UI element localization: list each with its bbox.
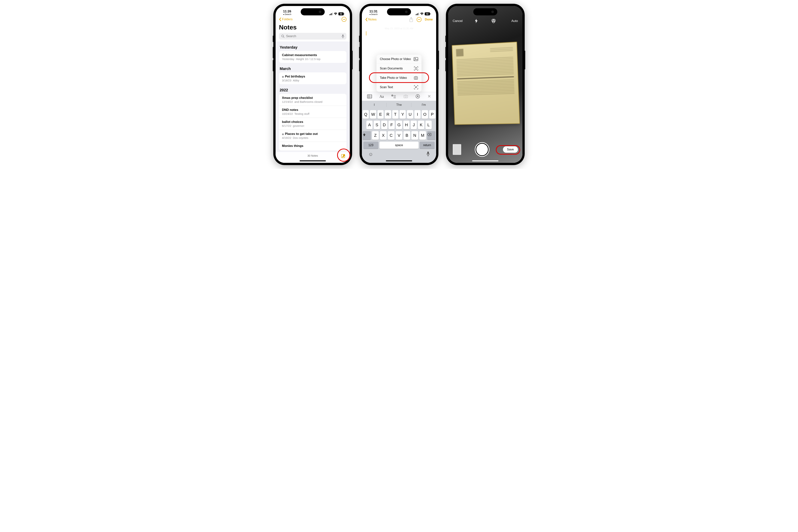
wifi-icon <box>420 13 423 15</box>
scan-thumbnail[interactable] <box>453 144 461 155</box>
home-indicator[interactable] <box>472 160 498 161</box>
camera-toolbar-icon[interactable] <box>403 94 408 98</box>
return-key[interactable]: return <box>420 141 435 149</box>
home-indicator[interactable] <box>300 160 326 161</box>
scanner-bottom-bar: Save <box>448 139 522 163</box>
home-indicator[interactable] <box>386 160 412 161</box>
svg-rect-7 <box>415 68 417 70</box>
key[interactable]: B <box>403 131 410 140</box>
menu-take-photo[interactable]: Take Photo or Video <box>377 73 421 82</box>
key[interactable]: I <box>414 110 421 119</box>
back-button[interactable]: Notes <box>365 18 377 21</box>
markup-icon[interactable] <box>416 94 420 99</box>
phone-notes-list: 11:26 ◂ Search 92 Folders ••• Notes <box>273 4 352 165</box>
key[interactable]: Z <box>372 131 379 140</box>
note-item[interactable]: Pet birthdays 3/18/23Abby <box>279 72 346 84</box>
key[interactable]: G <box>396 121 402 129</box>
status-time: 11:31 <box>369 10 377 13</box>
share-button[interactable] <box>409 17 413 22</box>
table-icon[interactable] <box>367 94 372 98</box>
key[interactable]: M <box>419 131 426 140</box>
checklist-icon[interactable] <box>391 95 396 98</box>
key[interactable]: Y <box>400 110 406 119</box>
suggestion[interactable]: The <box>387 101 411 109</box>
key[interactable]: N <box>411 131 418 140</box>
done-button[interactable]: Done <box>425 18 433 21</box>
save-button[interactable]: Save <box>503 146 518 153</box>
note-item[interactable]: Cabinet measurements YesterdayHeight 10 … <box>279 51 346 63</box>
suggestion[interactable]: I'm <box>411 101 436 109</box>
format-icon[interactable]: Aa <box>379 94 384 99</box>
close-toolbar-icon[interactable]: ✕ <box>428 94 431 99</box>
back-button[interactable]: Folders <box>279 17 293 21</box>
dictate-key[interactable] <box>426 151 430 156</box>
space-key[interactable]: space <box>379 141 419 149</box>
key[interactable]: U <box>407 110 413 119</box>
status-back-app[interactable]: ◂ Search <box>283 13 291 15</box>
note-item[interactable]: Places to get take out 4/19/22Dos coyote… <box>279 130 346 142</box>
search-input[interactable] <box>286 34 340 38</box>
battery-indicator: 92 <box>425 12 431 15</box>
dynamic-island <box>387 8 411 15</box>
key[interactable]: Q <box>363 110 369 119</box>
dynamic-island <box>301 8 325 15</box>
key[interactable]: S <box>374 121 380 129</box>
keyboard: Q W E R T Y U I O P A S D F G H <box>362 109 436 163</box>
search-field[interactable] <box>279 33 346 40</box>
key[interactable]: F <box>388 121 395 129</box>
menu-choose-photo[interactable]: Choose Photo or Video <box>377 55 421 64</box>
signal-icon <box>329 13 333 15</box>
section-header: Yesterday <box>279 41 346 51</box>
backspace-key[interactable] <box>427 131 435 140</box>
suggestion[interactable]: I <box>362 101 387 109</box>
key[interactable]: T <box>392 110 398 119</box>
status-back-app[interactable]: ◂ Search <box>369 13 378 15</box>
note-item[interactable]: Xmas prep checklist 12/19/22and Bathroom… <box>279 94 346 106</box>
filter-icon[interactable] <box>491 19 496 23</box>
note-item[interactable]: ballot choices 6/17/22governor: <box>279 118 346 130</box>
key[interactable]: A <box>366 121 373 129</box>
cancel-button[interactable]: Cancel <box>453 19 462 23</box>
auto-button[interactable]: Auto <box>511 19 518 23</box>
key[interactable]: R <box>385 110 391 119</box>
key[interactable]: K <box>418 121 424 129</box>
note-item[interactable]: DND notes 10/24/22Testing stuff <box>279 106 346 118</box>
key[interactable]: H <box>403 121 410 129</box>
page-title: Notes <box>279 24 346 31</box>
note-editor-area[interactable]: May 23, 2023 at 11:31 AM Choose Photo or… <box>362 23 436 92</box>
compose-button[interactable] <box>341 153 346 158</box>
dynamic-island <box>473 8 497 15</box>
document-preview <box>452 42 520 125</box>
note-date: May 23, 2023 at 11:31 AM <box>366 27 432 30</box>
menu-scan-documents[interactable]: Scan Documents <box>377 64 421 73</box>
key[interactable]: W <box>370 110 376 119</box>
key[interactable]: V <box>396 131 402 140</box>
flash-icon[interactable] <box>475 19 478 23</box>
note-item[interactable]: Monies things <box>279 142 346 150</box>
menu-scan-text[interactable]: Scan Text <box>377 82 421 92</box>
key[interactable]: L <box>425 121 432 129</box>
more-options-button[interactable]: ••• <box>342 17 346 22</box>
text-cursor <box>366 31 366 35</box>
camera-icon <box>414 76 418 80</box>
shutter-button[interactable] <box>476 143 489 156</box>
emoji-key[interactable]: ☺ <box>368 151 373 157</box>
mic-icon[interactable] <box>342 34 344 38</box>
shift-key[interactable] <box>363 131 371 140</box>
key[interactable]: J <box>411 121 417 129</box>
key[interactable]: C <box>388 131 395 140</box>
wifi-icon <box>334 13 337 15</box>
key[interactable]: P <box>429 110 435 119</box>
scanner-top-bar: Cancel Auto <box>448 16 522 26</box>
key[interactable]: D <box>381 121 387 129</box>
signal-icon <box>416 13 419 15</box>
key[interactable]: X <box>380 131 387 140</box>
scan-doc-icon <box>414 66 418 71</box>
key[interactable]: E <box>377 110 384 119</box>
svg-point-17 <box>405 96 406 97</box>
numbers-key[interactable]: 123 <box>363 141 378 149</box>
more-options-button[interactable]: ••• <box>417 17 421 22</box>
key[interactable]: O <box>422 110 428 119</box>
notes-list[interactable]: Yesterday Cabinet measurements Yesterday… <box>276 41 350 152</box>
keyboard-suggestions: I The I'm <box>362 101 436 109</box>
